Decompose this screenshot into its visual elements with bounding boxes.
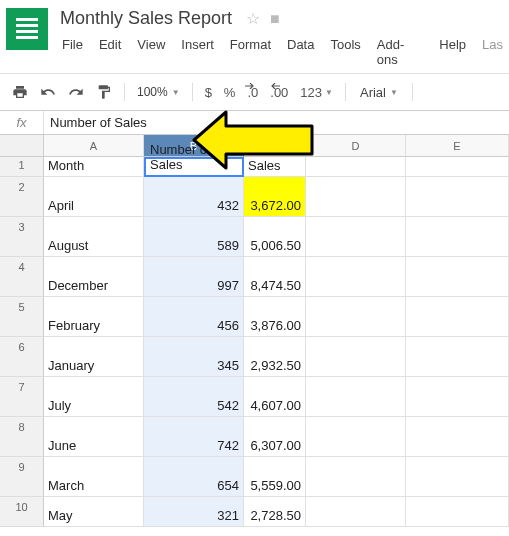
undo-icon[interactable] bbox=[36, 80, 60, 104]
row-header-1[interactable]: 1 bbox=[0, 157, 44, 177]
menu-data[interactable]: Data bbox=[281, 35, 320, 69]
cell-e8[interactable] bbox=[406, 417, 509, 457]
cell-a3[interactable]: August bbox=[44, 217, 144, 257]
cell-e7[interactable] bbox=[406, 377, 509, 417]
formula-bar: fx Number of Sales bbox=[0, 111, 509, 135]
fx-label: fx bbox=[0, 111, 44, 134]
toolbar: 100%▼ $ % .0 .00 123▼ Arial▼ bbox=[0, 73, 509, 111]
number-format-button[interactable]: 123▼ bbox=[296, 85, 337, 100]
cell-d3[interactable] bbox=[306, 217, 406, 257]
cell-a5[interactable]: February bbox=[44, 297, 144, 337]
currency-button[interactable]: $ bbox=[201, 85, 216, 100]
row-header-9[interactable]: 9 bbox=[0, 457, 44, 497]
cell-b9[interactable]: 654 bbox=[144, 457, 244, 497]
cell-d6[interactable] bbox=[306, 337, 406, 377]
cell-b4[interactable]: 997 bbox=[144, 257, 244, 297]
cell-e1[interactable] bbox=[406, 157, 509, 177]
cell-c2[interactable]: 3,672.00 bbox=[244, 177, 306, 217]
row-header-7[interactable]: 7 bbox=[0, 377, 44, 417]
cell-c7[interactable]: 4,607.00 bbox=[244, 377, 306, 417]
row-header-6[interactable]: 6 bbox=[0, 337, 44, 377]
cell-d10[interactable] bbox=[306, 497, 406, 527]
cell-c10[interactable]: 2,728.50 bbox=[244, 497, 306, 527]
cell-a2[interactable]: April bbox=[44, 177, 144, 217]
row-header-5[interactable]: 5 bbox=[0, 297, 44, 337]
menu-view[interactable]: View bbox=[131, 35, 171, 69]
cell-c9[interactable]: 5,559.00 bbox=[244, 457, 306, 497]
cell-e10[interactable] bbox=[406, 497, 509, 527]
redo-icon[interactable] bbox=[64, 80, 88, 104]
cell-b10[interactable]: 321 bbox=[144, 497, 244, 527]
caret-icon: ▼ bbox=[325, 88, 333, 97]
caret-icon: ▼ bbox=[390, 88, 398, 97]
separator bbox=[412, 83, 413, 101]
cell-c6[interactable]: 2,932.50 bbox=[244, 337, 306, 377]
cell-b6[interactable]: 345 bbox=[144, 337, 244, 377]
zoom-select[interactable]: 100%▼ bbox=[133, 85, 184, 99]
paint-format-icon[interactable] bbox=[92, 80, 116, 104]
star-icon[interactable]: ☆ bbox=[246, 9, 260, 28]
cell-c3[interactable]: 5,006.50 bbox=[244, 217, 306, 257]
increase-decimal-button[interactable]: .00 bbox=[266, 85, 292, 100]
cell-a4[interactable]: December bbox=[44, 257, 144, 297]
menu-addons[interactable]: Add-ons bbox=[371, 35, 429, 69]
percent-button[interactable]: % bbox=[220, 85, 240, 100]
separator bbox=[345, 83, 346, 101]
cell-d1[interactable] bbox=[306, 157, 406, 177]
cell-b3[interactable]: 589 bbox=[144, 217, 244, 257]
folder-icon[interactable]: ■ bbox=[270, 10, 280, 28]
menu-help[interactable]: Help bbox=[433, 35, 472, 69]
row-header-4[interactable]: 4 bbox=[0, 257, 44, 297]
cell-b2[interactable]: 432 bbox=[144, 177, 244, 217]
cell-e2[interactable] bbox=[406, 177, 509, 217]
cell-d9[interactable] bbox=[306, 457, 406, 497]
cell-a9[interactable]: March bbox=[44, 457, 144, 497]
col-header-d[interactable]: D bbox=[306, 135, 406, 157]
cell-a10[interactable]: May bbox=[44, 497, 144, 527]
cell-a6[interactable]: January bbox=[44, 337, 144, 377]
separator bbox=[124, 83, 125, 101]
font-select[interactable]: Arial▼ bbox=[354, 85, 404, 100]
menu-file[interactable]: File bbox=[56, 35, 89, 69]
cell-e5[interactable] bbox=[406, 297, 509, 337]
cell-b5[interactable]: 456 bbox=[144, 297, 244, 337]
col-header-e[interactable]: E bbox=[406, 135, 509, 157]
cell-d2[interactable] bbox=[306, 177, 406, 217]
cell-e4[interactable] bbox=[406, 257, 509, 297]
cell-c1[interactable]: Total Sales bbox=[244, 157, 306, 177]
cell-e6[interactable] bbox=[406, 337, 509, 377]
cell-b8[interactable]: 742 bbox=[144, 417, 244, 457]
cell-d4[interactable] bbox=[306, 257, 406, 297]
zoom-value: 100% bbox=[137, 85, 168, 99]
row-header-8[interactable]: 8 bbox=[0, 417, 44, 457]
cell-a1[interactable]: Month bbox=[44, 157, 144, 177]
cell-c5[interactable]: 3,876.00 bbox=[244, 297, 306, 337]
doc-title[interactable]: Monthly Sales Report bbox=[56, 6, 236, 31]
cell-a8[interactable]: June bbox=[44, 417, 144, 457]
col-header-a[interactable]: A bbox=[44, 135, 144, 157]
formula-input[interactable]: Number of Sales bbox=[44, 115, 147, 130]
menu-truncated: Las bbox=[476, 35, 509, 69]
row-header-2[interactable]: 2 bbox=[0, 177, 44, 217]
cell-b1[interactable]: Number of Sales bbox=[144, 157, 244, 177]
cell-c8[interactable]: 6,307.00 bbox=[244, 417, 306, 457]
cell-c4[interactable]: 8,474.50 bbox=[244, 257, 306, 297]
cell-d8[interactable] bbox=[306, 417, 406, 457]
cell-d7[interactable] bbox=[306, 377, 406, 417]
select-all-corner[interactable] bbox=[0, 135, 44, 157]
cell-a7[interactable]: July bbox=[44, 377, 144, 417]
cell-d5[interactable] bbox=[306, 297, 406, 337]
menu-tools[interactable]: Tools bbox=[324, 35, 366, 69]
row-header-3[interactable]: 3 bbox=[0, 217, 44, 257]
print-icon[interactable] bbox=[8, 80, 32, 104]
cell-e3[interactable] bbox=[406, 217, 509, 257]
cell-e9[interactable] bbox=[406, 457, 509, 497]
decrease-decimal-button[interactable]: .0 bbox=[243, 85, 262, 100]
sheets-logo[interactable] bbox=[6, 8, 48, 50]
menu-insert[interactable]: Insert bbox=[175, 35, 220, 69]
menu-edit[interactable]: Edit bbox=[93, 35, 127, 69]
row-header-10[interactable]: 10 bbox=[0, 497, 44, 527]
menu-bar: File Edit View Insert Format Data Tools … bbox=[56, 35, 509, 69]
cell-b7[interactable]: 542 bbox=[144, 377, 244, 417]
menu-format[interactable]: Format bbox=[224, 35, 277, 69]
